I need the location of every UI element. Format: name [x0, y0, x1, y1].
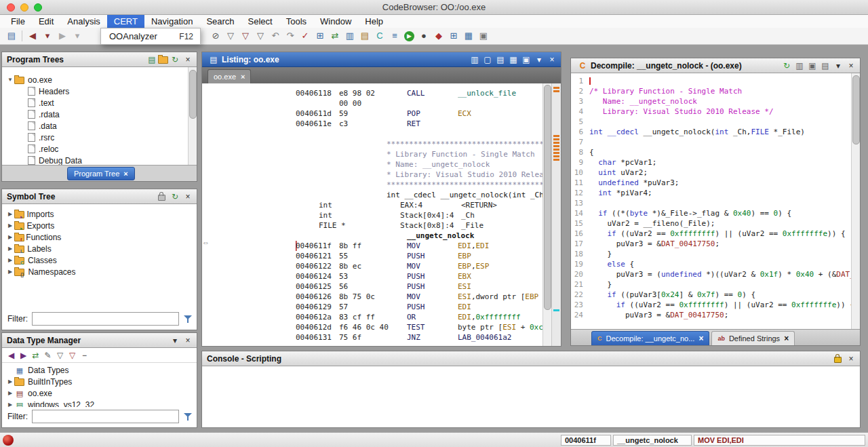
- close-icon[interactable]: ×: [123, 170, 127, 178]
- run-script-icon[interactable]: ▶: [404, 31, 414, 41]
- fields-icon[interactable]: ▤: [494, 54, 507, 65]
- listing-line[interactable]: 0040612df6 46 0c 40TESTbyte ptr [ESI + 0…: [202, 322, 542, 332]
- back-icon[interactable]: ◀: [26, 30, 39, 42]
- decompile-line[interactable]: 12 int *piVar4;: [571, 188, 851, 198]
- menu-item-tools[interactable]: Tools: [279, 15, 313, 28]
- decompile-line[interactable]: 16 if ((uVar2 == 0xffffffff) || (uVar2 =…: [571, 229, 851, 239]
- snapshot-icon[interactable]: ▣: [520, 54, 532, 65]
- undo-icon[interactable]: ↶: [269, 30, 282, 42]
- listing-line[interactable]: ****************************************…: [202, 180, 542, 190]
- decompile-line[interactable]: 15 uVar2 = __fileno(_File);: [571, 218, 851, 229]
- listing-line[interactable]: FILE *Stack[0x8]:4_File: [202, 220, 542, 231]
- sync-icon[interactable]: ⇄: [328, 30, 342, 42]
- open-folder-icon[interactable]: [158, 56, 168, 64]
- bytes-viewer-icon[interactable]: ▥: [343, 30, 357, 42]
- save-icon[interactable]: ▤: [5, 30, 18, 42]
- expander-icon[interactable]: ▶: [6, 246, 14, 252]
- menu-item-edit[interactable]: Edit: [32, 15, 60, 28]
- scrollbar-thumb[interactable]: [189, 70, 197, 119]
- overview-margin[interactable]: [551, 83, 561, 346]
- cursor-tracking-icon[interactable]: ▢: [481, 54, 494, 65]
- overview-mark[interactable]: [553, 309, 559, 311]
- equates-icon[interactable]: ≡: [388, 30, 401, 42]
- listing-line[interactable]: 0040612a83 cf ffOREDI,0xffffffff: [202, 312, 542, 322]
- decompile-line[interactable]: 5: [571, 117, 851, 127]
- expander-icon[interactable]: ▶: [6, 222, 14, 229]
- menu-item-select[interactable]: Select: [241, 15, 279, 28]
- decompile-line[interactable]: 13: [571, 198, 851, 208]
- decompile-line[interactable]: 21 }: [571, 279, 851, 290]
- expander-icon[interactable]: ▶: [6, 269, 14, 275]
- symbol-tree-item-exports[interactable]: ▶▸Exports: [2, 220, 197, 231]
- sync-icon[interactable]: ⇄: [30, 350, 41, 361]
- listing-line[interactable]: ****************************************…: [202, 139, 542, 149]
- decompile-line[interactable]: 7: [571, 137, 851, 147]
- decompile-line[interactable]: 9 char *pcVar1;: [571, 157, 851, 168]
- forward-menu-icon[interactable]: ▾: [71, 30, 84, 42]
- tree-item[interactable]: .data: [2, 120, 188, 132]
- scrollbar-thumb[interactable]: [852, 75, 860, 144]
- listing-line[interactable]: 00 00: [202, 98, 542, 109]
- dtm-item-data-types[interactable]: ▦Data Types: [2, 364, 197, 376]
- overview-mark[interactable]: [553, 159, 559, 161]
- expander-icon[interactable]: ▶: [6, 378, 14, 385]
- collapse-all-icon[interactable]: −: [79, 350, 90, 361]
- decompile-line[interactable]: 17 puVar3 = &DAT_00417750;: [571, 239, 851, 249]
- expander-icon[interactable]: ▶: [6, 211, 14, 217]
- listing-line[interactable]: 0040612556PUSHESI: [202, 281, 542, 292]
- close-icon[interactable]: ×: [845, 353, 857, 364]
- console-output[interactable]: [202, 366, 860, 427]
- listing-line[interactable]: 0040611ec3RET: [202, 119, 542, 129]
- decompile-line[interactable]: 20 puVar3 = (undefined *)((uVar2 & 0x1f)…: [571, 269, 851, 279]
- decompile-line[interactable]: 6int __cdecl __ungetc_nolock(int _Ch,FIL…: [571, 127, 851, 137]
- symbol-tree-item-functions[interactable]: ▶fFunctions: [2, 231, 197, 243]
- data-viewer-icon[interactable]: ▤: [358, 30, 372, 42]
- decompile-line[interactable]: 14 if ((*(byte *)&_File->_flag & 0x40) =…: [571, 208, 851, 218]
- refresh-icon[interactable]: ↻: [169, 191, 181, 202]
- program-tree-tab[interactable]: Program Tree ×: [67, 167, 135, 180]
- decompile-line[interactable]: 8{: [571, 147, 851, 157]
- expander-icon[interactable]: ▶: [6, 257, 14, 263]
- refresh-icon[interactable]: ↻: [169, 54, 181, 65]
- dtm-item-windows-vs12-32[interactable]: ▶▤windows_vs12_32: [2, 399, 197, 407]
- menu-item-search[interactable]: Search: [199, 15, 241, 28]
- menu-item-ooanalyzer[interactable]: OOAnalyzer: [109, 31, 157, 41]
- tree-item[interactable]: .rsrc: [2, 132, 188, 143]
- splitter-handle[interactable]: ⇔: [202, 238, 210, 246]
- close-icon[interactable]: ×: [546, 54, 558, 65]
- menu-item-cert[interactable]: CERT: [107, 15, 144, 28]
- listing-line[interactable]: 0040612155PUSHEBP: [202, 251, 542, 261]
- listing-line[interactable]: 0040612957PUSHEDI: [202, 302, 542, 312]
- filter-off-icon[interactable]: ▽: [66, 350, 78, 361]
- copy-view-icon[interactable]: ▥: [469, 54, 481, 65]
- decompile-line[interactable]: 3 Name: __ungetc_nolock: [571, 96, 851, 106]
- filter-icon[interactable]: ▽: [54, 350, 66, 361]
- listing-line[interactable]: 0040613175 6fJNZLAB_004061a2: [202, 332, 542, 343]
- decompiler-icon[interactable]: C: [373, 30, 387, 42]
- listing-tab-oo-exe[interactable]: oo.exe ×: [208, 69, 251, 83]
- overview-mark[interactable]: [553, 138, 559, 140]
- decompile-line[interactable]: 18 }: [571, 249, 851, 259]
- close-icon[interactable]: ×: [698, 334, 703, 343]
- clear-bytes-icon[interactable]: ⊘: [209, 30, 222, 42]
- tab-defined-strings[interactable]: abDefined Strings×: [711, 331, 795, 345]
- list-icon[interactable]: ▤: [819, 60, 831, 71]
- decompiler-icon[interactable]: C: [576, 60, 589, 71]
- expander-icon[interactable]: ▶: [6, 402, 14, 407]
- menu-icon[interactable]: ▾: [533, 54, 545, 65]
- bookmark-icon[interactable]: ◆: [432, 30, 446, 42]
- menu-item-navigation[interactable]: Navigation: [144, 15, 199, 28]
- filter-marked-icon[interactable]: ▽: [239, 30, 252, 42]
- listing-icon[interactable]: ▤: [208, 54, 220, 65]
- scrollbar-thumb[interactable]: [544, 85, 551, 310]
- decompile-line[interactable]: 4 Library: Visual Studio 2010 Release */: [571, 106, 851, 117]
- forward-icon[interactable]: ▶: [18, 350, 29, 361]
- filter-data-icon[interactable]: ▽: [224, 30, 237, 42]
- data-type-filter-input[interactable]: [32, 410, 179, 423]
- listing-line[interactable]: * Library: Visual Studio 2010 Release: [202, 170, 542, 180]
- tree-item[interactable]: .rdata: [2, 109, 188, 120]
- snapshot-icon[interactable]: ▣: [806, 60, 818, 71]
- refresh-decompile-icon[interactable]: ↻: [781, 60, 793, 71]
- filter-settings-icon[interactable]: [183, 314, 193, 324]
- symbol-tree-item-imports[interactable]: ▶▸Imports: [2, 208, 197, 220]
